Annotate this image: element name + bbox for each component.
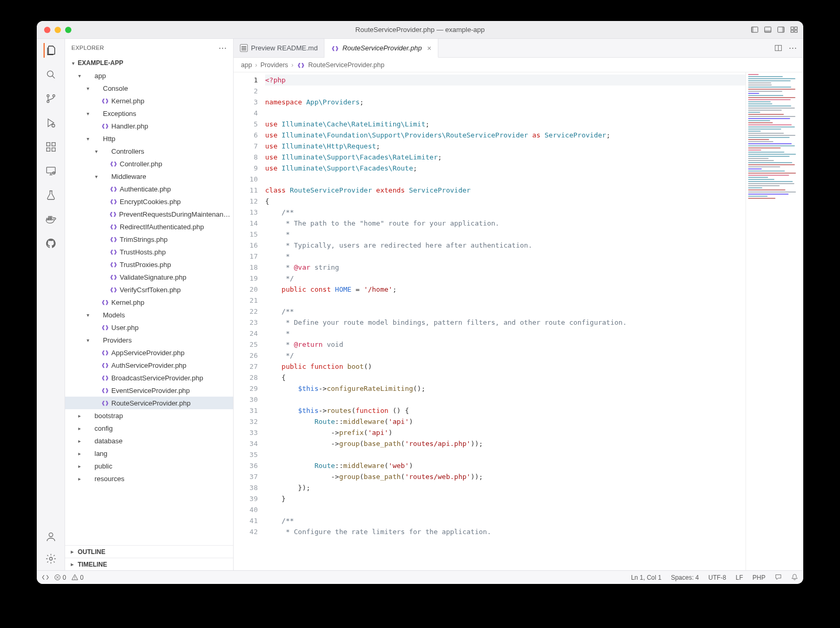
activity-testing[interactable]	[44, 188, 58, 203]
activity-scm[interactable]	[44, 91, 58, 106]
tree-file[interactable]: RedirectIfAuthenticated.php	[65, 220, 233, 233]
tree-folder[interactable]: ▸public	[65, 460, 233, 472]
status-problems[interactable]: 0 0	[54, 574, 83, 581]
activity-docker[interactable]	[44, 212, 58, 227]
toggle-bottom-panel-icon[interactable]	[764, 26, 772, 34]
php-icon	[297, 61, 305, 69]
toggle-sidebar-icon[interactable]	[777, 26, 785, 34]
side-panel-timeline[interactable]: ▸TIMELINE	[65, 558, 233, 570]
tree-item-label: TrimStrings.php	[120, 236, 167, 243]
breadcrumb-item[interactable]: app	[241, 61, 252, 69]
status-feedback[interactable]	[775, 573, 782, 582]
tree-folder[interactable]: ▾app	[65, 69, 233, 82]
tree-file[interactable]: TrustHosts.php	[65, 246, 233, 258]
gear-icon	[45, 553, 57, 565]
tree-folder[interactable]: ▾Providers	[65, 334, 233, 346]
tree-folder[interactable]: ▸bootstrap	[65, 409, 233, 422]
status-encoding[interactable]: UTF-8	[708, 574, 726, 581]
breadcrumb-item[interactable]: RouteServiceProvider.php	[308, 61, 384, 69]
svg-point-10	[47, 71, 53, 77]
svg-point-14	[51, 124, 55, 127]
tree-item-label: bootstrap	[94, 412, 123, 420]
editor-tab[interactable]: Preview README.md	[234, 39, 324, 57]
line-gutter: 1234567891011121314151617181920212223242…	[234, 72, 262, 570]
tree-file[interactable]: PreventRequestsDuringMaintenance.php	[65, 208, 233, 220]
activity-github[interactable]	[44, 236, 58, 251]
status-spaces[interactable]: Spaces: 4	[671, 574, 699, 581]
tree-folder[interactable]: ▸lang	[65, 447, 233, 460]
php-icon	[101, 298, 109, 306]
tree-folder[interactable]: ▾Models	[65, 308, 233, 321]
activity-search[interactable]	[44, 67, 58, 82]
remote-indicator[interactable]	[42, 574, 49, 581]
tree-file[interactable]: RouteServiceProvider.php	[65, 397, 233, 409]
svg-rect-18	[51, 143, 55, 146]
tree-file[interactable]: ValidateSignature.php	[65, 271, 233, 283]
tree-file[interactable]: Handler.php	[65, 120, 233, 132]
tree-file[interactable]: Kernel.php	[65, 94, 233, 107]
close-icon[interactable]: ×	[425, 44, 431, 52]
tree-folder[interactable]: ▾Controllers	[65, 145, 233, 157]
tree-folder[interactable]: ▾Exceptions	[65, 107, 233, 120]
tree-item-label: ValidateSignature.php	[120, 273, 186, 281]
activity-remote[interactable]	[44, 164, 58, 178]
tree-item-label: Models	[103, 311, 125, 319]
chevron-right-icon: ›	[291, 61, 293, 69]
tree-item-label: Kernel.php	[111, 299, 144, 306]
tree-file[interactable]: EncryptCookies.php	[65, 195, 233, 208]
minimap[interactable]	[746, 72, 803, 570]
tree-item-label: EventServiceProvider.php	[111, 387, 190, 395]
breadcrumb[interactable]: app›Providers›RouteServiceProvider.php	[234, 58, 803, 72]
activity-account[interactable]	[44, 529, 58, 544]
svg-rect-7	[794, 27, 797, 29]
tree-folder[interactable]: ▾Middleware	[65, 170, 233, 183]
tree-file[interactable]: TrustProxies.php	[65, 258, 233, 271]
tree-folder[interactable]: ▸resources	[65, 472, 233, 485]
tree-folder[interactable]: ▾Http	[65, 132, 233, 145]
tree-file[interactable]: User.php	[65, 321, 233, 334]
svg-point-26	[49, 533, 52, 537]
activity-extensions[interactable]	[44, 140, 58, 154]
tree-file[interactable]: EventServiceProvider.php	[65, 384, 233, 397]
status-cursor[interactable]: Ln 1, Col 1	[631, 574, 662, 581]
tree-folder[interactable]: ▾Console	[65, 82, 233, 94]
tree-workspace[interactable]: ▾ EXAMPLE-APP	[65, 57, 233, 69]
tree-file[interactable]: AppServiceProvider.php	[65, 346, 233, 359]
tree-item-label: Authenticate.php	[120, 185, 171, 193]
tree-file[interactable]: BroadcastServiceProvider.php	[65, 371, 233, 384]
tree-file[interactable]: TrimStrings.php	[65, 233, 233, 246]
tree-folder[interactable]: ▸config	[65, 422, 233, 434]
preview-icon	[240, 44, 248, 52]
status-language[interactable]: PHP	[752, 574, 765, 581]
title-actions	[751, 26, 798, 34]
beaker-icon	[45, 189, 57, 201]
status-eol[interactable]: LF	[736, 574, 743, 581]
tree-folder[interactable]: ▸database	[65, 434, 233, 447]
toggle-panel-icon[interactable]	[751, 26, 759, 34]
editor-area: Preview README.mdRouteServiceProvider.ph…	[234, 39, 803, 570]
editor-tab[interactable]: RouteServiceProvider.php×	[324, 39, 438, 58]
layout-icon[interactable]	[790, 26, 798, 34]
tree-file[interactable]: VerifyCsrfToken.php	[65, 283, 233, 296]
tree-item-label: resources	[94, 475, 124, 483]
tree-file[interactable]: AuthServiceProvider.php	[65, 359, 233, 371]
status-bell[interactable]	[791, 573, 798, 582]
file-tree[interactable]: ▾ EXAMPLE-APP ▾app▾ConsoleKernel.php▾Exc…	[65, 57, 233, 545]
breadcrumb-item[interactable]: Providers	[260, 61, 288, 69]
tree-item-label: Handler.php	[111, 122, 148, 130]
tree-file[interactable]: Controller.php	[65, 157, 233, 170]
activity-explorer[interactable]	[44, 43, 58, 58]
php-icon	[331, 44, 339, 52]
split-editor-icon[interactable]	[774, 44, 782, 52]
activity-run[interactable]	[44, 115, 58, 130]
tree-file[interactable]: Kernel.php	[65, 296, 233, 308]
tree-file[interactable]: Authenticate.php	[65, 183, 233, 195]
explorer-more-icon[interactable]: ⋯	[218, 43, 227, 53]
activity-settings[interactable]	[44, 551, 58, 566]
code-editor[interactable]: <?php namespace App\Providers; use Illum…	[262, 72, 746, 570]
svg-rect-17	[51, 148, 55, 151]
side-panel-outline[interactable]: ▸OUTLINE	[65, 545, 233, 558]
tab-label: Preview README.md	[251, 44, 318, 52]
php-icon	[109, 260, 118, 269]
editor-more-icon[interactable]: ⋯	[789, 43, 797, 53]
